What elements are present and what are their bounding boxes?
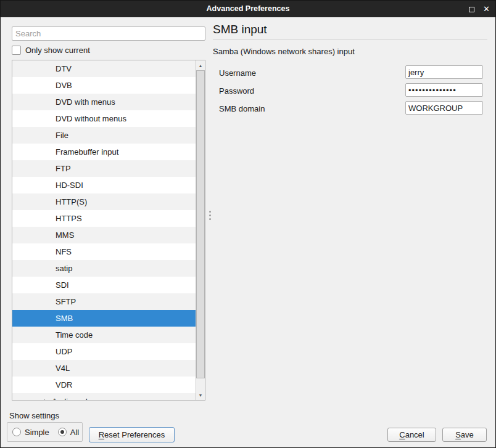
tree-item[interactable]: satip — [12, 260, 196, 277]
tree-item-label: UDP — [56, 347, 72, 356]
password-label: Password — [219, 86, 254, 96]
expander-icon — [44, 399, 48, 401]
tree-item-label: MMS — [56, 230, 74, 240]
save-button-label: ave — [461, 430, 474, 439]
smb-domain-label: SMB domain — [219, 104, 265, 113]
scroll-up-button[interactable]: ▲ — [196, 60, 205, 70]
preferences-tree: DTV DVB DVD with menus DVD without menus… — [12, 60, 205, 401]
cancel-button[interactable]: Cancel — [387, 428, 436, 442]
tree-item[interactable]: V4L — [12, 360, 196, 377]
cancel-button-mnemonic: C — [399, 430, 405, 439]
tree-item[interactable]: DVD without menus — [12, 110, 196, 127]
simple-radio[interactable] — [12, 428, 21, 436]
tree-item-label: satip — [56, 264, 72, 273]
tree-item[interactable]: UDP — [12, 343, 196, 360]
tree-item-label: HTTP(S) — [56, 197, 87, 206]
scrollbar-thumb[interactable] — [196, 70, 205, 378]
tree-item[interactable]: Audio codecs — [12, 393, 196, 400]
close-button[interactable]: ✕ — [483, 5, 490, 13]
title-separator — [213, 39, 487, 39]
tree-item-label: V4L — [56, 364, 70, 373]
all-radio[interactable] — [58, 428, 67, 436]
reset-button-mnemonic: R — [99, 430, 104, 439]
username-label: Username — [219, 68, 256, 78]
tree-item[interactable]: HTTPS — [12, 210, 196, 227]
tree-item-label: File — [56, 131, 68, 140]
close-icon: ✕ — [483, 4, 490, 14]
tree-item[interactable]: FTP — [12, 160, 196, 177]
reset-button-label: eset Preferences — [104, 430, 165, 439]
splitter-handle[interactable] — [209, 211, 211, 221]
tree-item[interactable]: HD-SDI — [12, 177, 196, 193]
tree-item-label: NFS — [56, 247, 72, 256]
tree-item[interactable]: SFTP — [12, 293, 196, 310]
tree-item-label: FTP — [56, 164, 71, 173]
search-input[interactable] — [12, 26, 205, 41]
tree-item[interactable]: Framebuffer input — [12, 144, 196, 160]
tree-item[interactable]: HTTP(S) — [12, 193, 196, 210]
tree-item-selected[interactable]: SMB — [12, 310, 196, 327]
maximize-icon — [469, 7, 474, 12]
only-show-current-label: Only show current — [25, 46, 90, 55]
arrow-down-icon: ▼ — [199, 393, 203, 397]
tree-item[interactable]: File — [12, 127, 196, 144]
settings-radio-group: Simple All — [7, 422, 83, 442]
tree-item-label: Time code — [56, 330, 93, 340]
tree-item-label: DTV — [56, 64, 72, 73]
tree-item-label: Audio codecs — [52, 393, 100, 400]
tree-item-label: DVD without menus — [56, 114, 126, 123]
titlebar: Advanced Preferences ✕ — [1, 1, 495, 17]
tree-item-label: VDR — [56, 380, 72, 389]
splitter-dot — [209, 214, 211, 216]
splitter-dot — [209, 218, 211, 220]
all-radio-label: All — [70, 428, 79, 437]
tree-item[interactable]: VDR — [12, 377, 196, 393]
tree-scrollbar[interactable]: ▲ ▼ — [196, 60, 205, 400]
simple-radio-label: Simple — [25, 428, 49, 437]
tree-item[interactable]: MMS — [12, 227, 196, 243]
reset-preferences-button[interactable]: Reset Preferences — [89, 427, 175, 442]
tree-item[interactable]: DVB — [12, 77, 196, 94]
username-field[interactable] — [405, 65, 483, 79]
save-button-mnemonic: S — [455, 430, 461, 439]
only-show-current-checkbox[interactable] — [12, 46, 21, 55]
tree-item-label: DVD with menus — [56, 97, 115, 107]
tree-item-label: SDI — [56, 280, 69, 290]
show-settings-label: Show settings — [9, 411, 59, 420]
tree-item[interactable]: Time code — [12, 327, 196, 343]
tree-item-label: DVB — [56, 81, 72, 90]
scroll-down-button[interactable]: ▼ — [196, 390, 205, 400]
tree-item-label: Framebuffer input — [56, 147, 118, 157]
save-button[interactable]: Save — [442, 428, 487, 442]
tree-item[interactable]: DVD with menus — [12, 94, 196, 110]
window-title: Advanced Preferences — [1, 1, 495, 17]
smb-domain-field[interactable] — [405, 101, 483, 115]
tree-item[interactable]: DTV — [12, 60, 196, 77]
tree-rows: DTV DVB DVD with menus DVD without menus… — [12, 60, 196, 400]
tree-item[interactable]: SDI — [12, 277, 196, 293]
tree-item-label: SMB — [56, 314, 73, 323]
arrow-up-icon: ▲ — [199, 63, 203, 68]
tree-item-label: SFTP — [56, 297, 76, 306]
maximize-button[interactable] — [469, 4, 474, 15]
password-field[interactable] — [405, 83, 483, 97]
tree-item[interactable]: NFS — [12, 243, 196, 260]
splitter-dot — [209, 211, 211, 213]
tree-item-label: HD-SDI — [56, 181, 83, 190]
advanced-preferences-window: Advanced Preferences ✕ Only show current… — [0, 0, 496, 448]
page-title: SMB input — [213, 23, 267, 36]
tree-item-label: HTTPS — [56, 214, 82, 223]
page-subtitle: Samba (Windows network shares) input — [213, 47, 355, 56]
cancel-button-label: ancel — [405, 430, 424, 439]
